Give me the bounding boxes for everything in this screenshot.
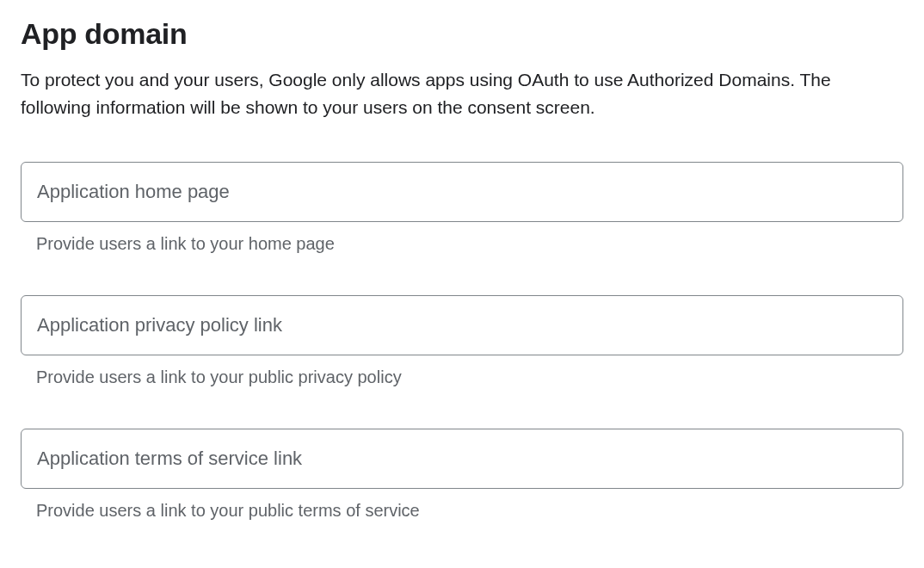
application-home-page-input[interactable] xyxy=(21,162,903,222)
terms-of-service-helper-text: Provide users a link to your public term… xyxy=(21,501,903,521)
section-description: To protect you and your users, Google on… xyxy=(21,66,903,120)
application-terms-of-service-input[interactable] xyxy=(21,429,903,489)
form-group-terms-of-service: Provide users a link to your public term… xyxy=(21,429,903,521)
section-title: App domain xyxy=(21,17,903,51)
form-group-home-page: Provide users a link to your home page xyxy=(21,162,903,254)
home-page-helper-text: Provide users a link to your home page xyxy=(21,234,903,254)
form-group-privacy-policy: Provide users a link to your public priv… xyxy=(21,295,903,387)
application-privacy-policy-input[interactable] xyxy=(21,295,903,355)
privacy-policy-helper-text: Provide users a link to your public priv… xyxy=(21,367,903,387)
